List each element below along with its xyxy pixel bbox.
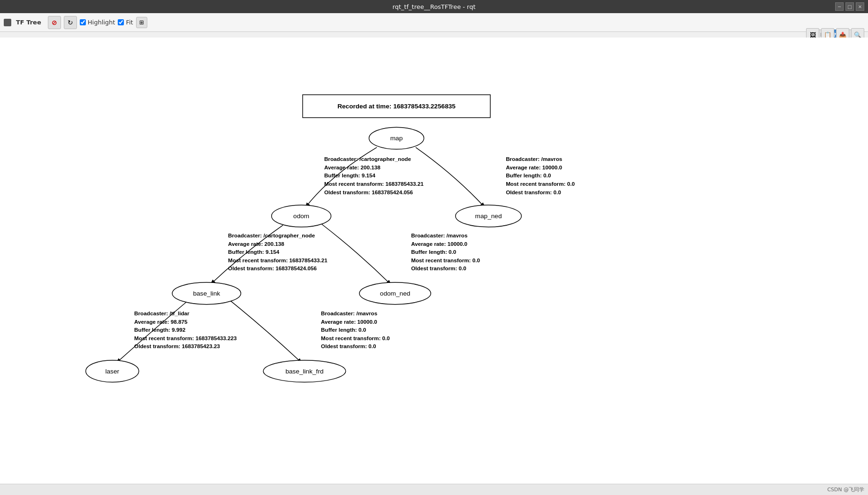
minimize-button[interactable]: ─	[835, 2, 844, 11]
window-title: rqt_tf_tree__RosTFTree - rqt	[392, 3, 475, 10]
refresh-button[interactable]: ↻	[64, 16, 77, 29]
node-map-ned-label: map_ned	[475, 213, 502, 220]
info-baselink-laser-recent: Most recent transform: 1683785433.223	[134, 335, 237, 341]
info-baselink-laser-broadcaster: Broadcaster: /tf_lidar	[134, 310, 190, 316]
tree-diagram: Recorded at time: 1683785433.2256835 Bro…	[0, 38, 868, 484]
info-map-mapned-buffer: Buffer length: 0.0	[506, 172, 551, 178]
info-map-odom-oldest: Oldest transform: 1683785424.056	[324, 189, 413, 195]
edge-odom-odomned	[322, 224, 390, 284]
info-map-mapned-oldest: Oldest transform: 0.0	[506, 189, 561, 195]
node-laser-label: laser	[106, 368, 120, 375]
recorded-text: Recorded at time: 1683785433.2256835	[337, 103, 456, 110]
node-map-label: map	[390, 135, 403, 142]
info-baselink-frd-buffer: Buffer length: 0.0	[321, 327, 366, 333]
info-baselink-frd-rate: Average rate: 10000.0	[321, 319, 377, 325]
info-map-odom-broadcaster: Broadcaster: /cartographer_node	[324, 156, 411, 162]
node-odom-ned-label: odom_ned	[380, 290, 410, 297]
info-map-mapned-rate: Average rate: 10000.0	[506, 164, 562, 170]
info-odom-odomned-broadcaster: Broadcaster: /mavros	[411, 232, 468, 238]
node-base-link-frd-label: base_link_frd	[285, 368, 323, 375]
fit-checkbox[interactable]	[118, 19, 124, 25]
info-odom-baselink-buffer: Buffer length: 9.154	[228, 249, 280, 255]
close-button[interactable]: ✕	[856, 2, 864, 11]
info-odom-odomned-recent: Most recent transform: 0.0	[411, 257, 480, 263]
app-title: TF Tree	[16, 19, 41, 26]
edge-baselink-frd	[230, 301, 301, 363]
edge-map-mapned	[416, 147, 484, 207]
info-baselink-laser-oldest: Oldest transform: 1683785423.23	[134, 343, 220, 349]
view-button[interactable]: ⊞	[136, 17, 147, 28]
info-baselink-laser-buffer: Buffer length: 9.992	[134, 327, 186, 333]
fit-label: Fit	[126, 19, 133, 26]
info-baselink-frd-broadcaster: Broadcaster: /mavros	[321, 310, 378, 316]
toolbar: TF Tree ⊘ ↻ Highlight Fit ⊞ D ? ⚙ ✕	[0, 13, 868, 32]
info-map-mapned-recent: Most recent transform: 0.0	[506, 181, 575, 187]
node-odom-label: odom	[293, 213, 309, 220]
main-canvas[interactable]: Recorded at time: 1683785433.2256835 Bro…	[0, 38, 868, 484]
info-map-mapned-broadcaster: Broadcaster: /mavros	[506, 156, 563, 162]
info-odom-baselink-rate: Average rate: 200.138	[228, 241, 284, 247]
app-icon	[4, 19, 11, 26]
maximize-button[interactable]: □	[845, 2, 854, 11]
window-controls: ─ □ ✕	[835, 0, 864, 13]
info-map-odom-recent: Most recent transform: 1683785433.21	[324, 181, 424, 187]
info-odom-odomned-oldest: Oldest transform: 0.0	[411, 265, 466, 271]
statusbar: CSDN @飞同学	[0, 484, 868, 495]
info-baselink-frd-oldest: Oldest transform: 0.0	[321, 343, 376, 349]
stop-button[interactable]: ⊘	[48, 16, 61, 29]
highlight-checkbox[interactable]	[80, 19, 86, 25]
titlebar: rqt_tf_tree__RosTFTree - rqt ─ □ ✕	[0, 0, 868, 13]
info-odom-odomned-buffer: Buffer length: 0.0	[411, 249, 457, 255]
info-odom-baselink-oldest: Oldest transform: 1683785424.056	[228, 265, 317, 271]
highlight-checkbox-label[interactable]: Highlight	[80, 19, 115, 26]
info-baselink-frd-recent: Most recent transform: 0.0	[321, 335, 390, 341]
info-odom-odomned-rate: Average rate: 10000.0	[411, 241, 467, 247]
info-baselink-laser-rate: Average rate: 98.875	[134, 319, 188, 325]
info-map-odom-buffer: Buffer length: 9.154	[324, 172, 376, 178]
highlight-label: Highlight	[88, 19, 115, 26]
info-odom-baselink-broadcaster: Broadcaster: /cartographer_node	[228, 232, 315, 238]
statusbar-text: CSDN @飞同学	[827, 486, 864, 493]
fit-checkbox-label[interactable]: Fit	[118, 19, 133, 26]
info-map-odom-rate: Average rate: 200.138	[324, 164, 381, 170]
info-odom-baselink-recent: Most recent transform: 1683785433.21	[228, 257, 327, 263]
node-base-link-label: base_link	[193, 290, 220, 297]
